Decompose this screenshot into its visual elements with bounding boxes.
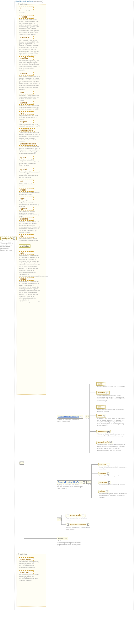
- attr-uri[interactable]: uri: [19, 180, 33, 183]
- attr-coversfrom[interactable]: coversfrom: [19, 557, 33, 561]
- attr-role[interactable]: role: [19, 251, 33, 255]
- root-cardinality: 0..∞: [2, 240, 5, 242]
- attr-howuri[interactable]: howuri: [19, 101, 33, 105]
- attr-desc: The local identifier of the property.: [19, 10, 40, 14]
- field-narrower[interactable]: narrower +: [98, 481, 111, 484]
- attr-desc: If set to true the corresponding propert…: [19, 75, 40, 90]
- attr-dir[interactable]: dir: [19, 234, 33, 238]
- attr-desc: The date (and, optionally, the time) whe…: [19, 60, 40, 71]
- attr-desc: The type of the concept assigned as cont…: [19, 210, 40, 218]
- expand-icon[interactable]: +: [103, 383, 105, 385]
- expand-icon[interactable]: −: [13, 238, 15, 240]
- field-sameAs[interactable]: sameAs +: [98, 463, 110, 466]
- expand-icon[interactable]: +: [107, 472, 109, 475]
- expand-icon[interactable]: +: [108, 482, 110, 484]
- attr-desc: A refinement of the semantics of the pro…: [19, 255, 40, 277]
- field-desc: A natural language name for the concept.: [97, 386, 126, 387]
- attr-desc: A refinement of the semantics of the pro…: [19, 280, 40, 303]
- field-definition[interactable]: definition +: [96, 391, 110, 394]
- attr-coversto[interactable]: coversto: [19, 570, 33, 574]
- attr-desc: Indicates by which means the value was e…: [19, 104, 40, 110]
- attr-desc: One or many constraints that apply to pu…: [19, 132, 40, 143]
- root-desc: The party which is assigned to cover the…: [0, 242, 14, 252]
- cardinality: 0..∞: [58, 540, 61, 542]
- attr-creatoruri[interactable]: creatoruri: [19, 36, 33, 40]
- field-desc: Additional natural language information …: [97, 408, 126, 412]
- attr-modified[interactable]: modified: [19, 56, 33, 60]
- attr-id[interactable]: id: [19, 6, 33, 10]
- expand-icon[interactable]: +: [87, 524, 89, 526]
- attr-desc: Why the metadata has been included - exp…: [19, 123, 40, 127]
- attributes-toggle[interactable]: □ attributes: [17, 3, 27, 5]
- field-related[interactable]: related +: [98, 490, 109, 493]
- expand-icon[interactable]: +: [107, 464, 109, 466]
- root-element[interactable]: assignedTo−: [0, 236, 16, 240]
- attr-creator[interactable]: creator: [19, 15, 33, 19]
- field-organisation-details[interactable]: + organisationDetails +: [66, 523, 90, 526]
- field-desc: An identifier of a more specific concept: [99, 484, 128, 486]
- attr-desc: The type of the concept assigned as cont…: [19, 200, 40, 208]
- attr-why[interactable]: why: [19, 111, 33, 115]
- field-note[interactable]: note +: [96, 405, 106, 408]
- attr-whyuri[interactable]: whyuri: [19, 120, 33, 124]
- attr-pubconstrainturi[interactable]: pubconstrainturi: [19, 142, 37, 146]
- field-desc: A related concept, where the relationshi…: [99, 493, 128, 498]
- field-desc: A link to an item or a web resource whic…: [97, 433, 126, 437]
- attr-desc: The start date (and optionally the time)…: [19, 561, 40, 568]
- expand-icon[interactable]: +: [83, 482, 85, 484]
- expand-icon[interactable]: +: [82, 514, 84, 516]
- attr-xmllang[interactable]: xml:lang: [19, 217, 33, 221]
- group-rel-desc: A group of properties required to indica…: [57, 484, 84, 490]
- attr-desc: A concept identifier expressed as a free…: [19, 192, 40, 195]
- attr-desc: Specifies the language of this property …: [19, 220, 40, 234]
- expand-icon[interactable]: +: [110, 441, 112, 443]
- attributes-toggle[interactable]: □ attributes: [17, 553, 27, 555]
- attr-desc: One or many constraints that apply to pu…: [19, 146, 40, 155]
- attr-desc: If the property value is not defined, sp…: [19, 39, 40, 56]
- field-desc: Represents the position of a concept in …: [97, 444, 126, 451]
- choice-connector: [57, 518, 62, 521]
- group-concept-definition[interactable]: ConceptDefinitionGroup +: [57, 415, 83, 419]
- expand-icon[interactable]: +: [102, 406, 104, 408]
- group-concept-relationships[interactable]: ConceptRelationshipsGroup +: [57, 480, 87, 484]
- field-remoteInfo[interactable]: remoteInfo +: [96, 430, 111, 433]
- expand-icon[interactable]: +: [107, 430, 110, 433]
- attr-desc: A URI which identifies a concept.: [19, 183, 40, 187]
- attr-pubconstraint[interactable]: pubconstraint: [19, 128, 35, 132]
- field-person-details[interactable]: + personDetails +: [66, 514, 85, 517]
- field-desc: An identifier of a more generic concept: [99, 475, 128, 477]
- any-other: any ##other: [57, 537, 68, 540]
- field-name[interactable]: name +: [96, 382, 106, 386]
- attr-desc: The end date (and optionally the time) b…: [19, 574, 40, 581]
- attr-roleuri[interactable]: roleuri: [19, 277, 33, 281]
- expand-icon[interactable]: +: [67, 514, 69, 516]
- attr-type[interactable]: type: [19, 196, 33, 200]
- group-def-desc: A group of properties required to define…: [57, 418, 82, 422]
- expand-icon[interactable]: +: [103, 415, 105, 417]
- expand-icon[interactable]: +: [67, 524, 69, 526]
- attr-desc: If the property value is not defined, sp…: [19, 18, 40, 35]
- field-desc: A set of properties specific to a person: [66, 517, 91, 521]
- attr-desc: The directionality of textual content (e…: [19, 238, 40, 242]
- attr-qcode[interactable]: qcode: [19, 156, 33, 159]
- attr-qcodeX[interactable]: qcodeX: [19, 168, 33, 171]
- cardinality: 0..∞: [86, 418, 89, 420]
- attr-any: any ##other: [19, 244, 30, 248]
- cardinality: 0..∞: [88, 484, 91, 485]
- field-hierarchyInfo[interactable]: hierarchyInfo +: [96, 441, 113, 444]
- field-facet[interactable]: facet +: [96, 414, 106, 418]
- field-desc: A natural language definition of the sem…: [97, 394, 126, 402]
- attr-desc: A qualified code which identifies a conc…: [19, 159, 40, 166]
- expand-icon[interactable]: +: [106, 490, 108, 492]
- attr-desc: Why the metadata has been included - exp…: [19, 115, 40, 120]
- attr-how[interactable]: how: [19, 91, 33, 94]
- field-desc: A group of properties specific to an org…: [66, 526, 93, 530]
- attr-literal[interactable]: literal: [19, 188, 33, 192]
- sequence-connector: [85, 415, 90, 418]
- attr-custom[interactable]: custom: [19, 72, 33, 76]
- expand-icon[interactable]: +: [106, 392, 108, 394]
- attr-typeuri[interactable]: typeuri: [19, 207, 33, 210]
- sequence-connector: [19, 462, 24, 464]
- expand-icon[interactable]: +: [80, 416, 82, 418]
- field-broader[interactable]: broader +: [98, 472, 110, 475]
